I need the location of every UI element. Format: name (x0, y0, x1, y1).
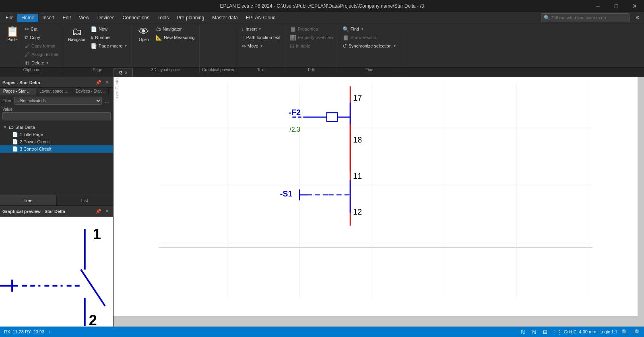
window-controls: ─ □ ✕ (588, 0, 644, 12)
tree-arrow-root: ▼ (3, 125, 7, 129)
menu-masterdata[interactable]: Master data (208, 14, 242, 22)
number-button[interactable]: # Number (89, 33, 129, 41)
menu-home[interactable]: Home (17, 14, 38, 22)
list-tab[interactable]: List (57, 195, 114, 205)
pages-sub-tabs: Pages - Star D... Layout space -... Devi… (0, 88, 113, 95)
copy-format-button[interactable]: 🖌 Copy format (23, 42, 60, 50)
ribbon-group-page: 🗂 Navigator 📄 New # Number 📑 Page macro (63, 25, 132, 73)
status-dots-icon[interactable]: ⋮⋮ (553, 328, 561, 336)
path-fn-text-button[interactable]: T Path function text (239, 33, 283, 41)
maximize-button[interactable]: □ (607, 0, 625, 12)
new-page-button[interactable]: 📄 New (89, 25, 129, 33)
tree-page-icon-0: 📄 (12, 132, 18, 137)
graphical-label: Graphical preview (202, 67, 234, 73)
tree-item-0[interactable]: 📄 1 Title Page (0, 131, 113, 138)
move-button[interactable]: ⇔ Move ▼ (239, 42, 283, 50)
new-measuring-button[interactable]: 📐 New Measuring (154, 33, 196, 41)
property-overview-button[interactable]: 📊 Property overview (288, 33, 335, 41)
status-zoom-in[interactable]: 🔍 (621, 328, 629, 336)
tree-item-2[interactable]: 📄 3 Control Circuit (0, 145, 113, 153)
search-input[interactable] (551, 15, 624, 20)
sync-icon: ↺ (343, 43, 347, 49)
svg-text:11: 11 (353, 172, 362, 180)
tree-area: ▼ 🗁 Star Delta 📄 1 Title Page 📄 2 Power … (0, 122, 113, 195)
menu-file[interactable]: File (2, 14, 17, 22)
page-macro-button[interactable]: 📑 Page macro ▼ (89, 42, 129, 50)
find-button[interactable]: 🔍 Find ▼ (341, 25, 398, 33)
filter-select[interactable]: - Not activated - (14, 97, 102, 105)
menu-devices[interactable]: Devices (93, 14, 119, 22)
menu-edit[interactable]: Edit (58, 14, 75, 22)
navigator-button[interactable]: 🗂 Navigator (66, 25, 88, 52)
tree-root[interactable]: ▼ 🗁 Star Delta (0, 124, 113, 131)
graphical-preview-panel: Graphical preview - Star Delta 📌 ✕ 1 (0, 206, 113, 327)
delete-icon: 🗑 (25, 60, 30, 66)
menu-view[interactable]: View (75, 14, 93, 22)
menu-insert[interactable]: Insert (38, 14, 58, 22)
panel-pin-button[interactable]: 📌 (95, 79, 102, 86)
svg-text:-F2: -F2 (289, 108, 301, 117)
status-icon-1[interactable]: ℕ (519, 328, 527, 336)
ribbon-group-graphical: Graphical preview (200, 25, 237, 73)
panel-close-button[interactable]: ✕ (103, 79, 111, 86)
edit-buttons: 📋 Properties 📊 Property overview ⊞ In ta… (288, 25, 335, 67)
open-button[interactable]: 👁 Open (134, 25, 153, 52)
delete-button[interactable]: 🗑 Delete ▼ (23, 59, 60, 67)
menu-tools[interactable]: Tools (153, 14, 173, 22)
value-input[interactable] (2, 112, 111, 120)
status-icon-2[interactable]: ℕ (530, 328, 538, 336)
doc-tab-3[interactable]: /3 ✕ (114, 68, 133, 77)
insert-center-label: Insert Center (115, 77, 119, 101)
insert-center-panel[interactable]: Insert Center (114, 77, 120, 101)
tree-item-1[interactable]: 📄 2 Power Circuit (0, 138, 113, 145)
cut-button[interactable]: ✂ Cut (23, 25, 60, 33)
tree-item-label-2: 3 Control Circuit (20, 147, 52, 151)
show-results-button[interactable]: 📋 Show results (341, 33, 398, 41)
sub-tab-devices[interactable]: Devices - Star ... (72, 88, 109, 95)
assign-format-icon: 🖊 (25, 52, 30, 58)
text-buttons: ↓ Insert ▼ T Path function text ⇔ Move ▼ (239, 25, 283, 67)
diagram-svg: 17 -F2 /2.3 18 (114, 77, 638, 316)
tree-list-tabs: Tree List (0, 195, 113, 205)
copy-format-icon: 🖌 (25, 43, 30, 49)
pages-panel-header: Pages - Star Delta 📌 ✕ (0, 77, 113, 88)
minimize-button[interactable]: ─ (588, 0, 607, 12)
graphical-close-button[interactable]: ✕ (103, 208, 111, 215)
in-table-button[interactable]: ⊞ In table (288, 42, 335, 50)
ribbon-group-find: 🔍 Find ▼ 📋 Show results ↺ Synchronize se… (338, 25, 401, 73)
paste-button[interactable]: 📋 Paste (3, 25, 22, 52)
menu-connections[interactable]: Connections (119, 14, 154, 22)
ribbon-group-3d: 👁 Open 🗂 Navigator 📐 New Measuring 3D la… (132, 25, 199, 73)
graphical-pin-button[interactable]: 📌 (95, 208, 102, 215)
doc-tab-close[interactable]: ✕ (124, 70, 128, 75)
menu-eplancloud[interactable]: EPLAN Cloud (242, 14, 280, 22)
sync-selection-button[interactable]: ↺ Synchronize selection ▼ (341, 42, 398, 50)
status-grid-icon[interactable]: ⊞ (541, 328, 549, 336)
canvas-area[interactable]: 17 -F2 /2.3 18 (114, 77, 644, 327)
show-results-icon: 📋 (343, 35, 349, 41)
cut-icon: ✂ (25, 26, 29, 32)
ribbon-group-clipboard: 📋 Paste ✂ Cut ⧉ Copy 🖌 Copy format (1, 25, 63, 73)
properties-button[interactable]: 📋 Properties (288, 25, 335, 33)
close-button[interactable]: ✕ (625, 0, 644, 12)
tree-tab[interactable]: Tree (0, 195, 57, 205)
filter-dots-button[interactable]: … (103, 97, 111, 104)
navigator-3d-button[interactable]: 🗂 Navigator (154, 25, 196, 33)
graphical-panel-header: Graphical preview - Star Delta 📌 ✕ (0, 206, 113, 217)
find-col: 🔍 Find ▼ 📋 Show results ↺ Synchronize se… (341, 25, 398, 50)
copy-button[interactable]: ⧉ Copy (23, 33, 60, 41)
3d-col: 🗂 Navigator 📐 New Measuring (154, 25, 196, 41)
insert-button[interactable]: ↓ Insert ▼ (239, 25, 283, 33)
settings-button[interactable]: ⚙ (633, 13, 642, 23)
menu-search-box[interactable]: 🔍 (541, 13, 630, 22)
status-zoom-out[interactable]: 🔎 (632, 328, 640, 336)
sub-tab-layout[interactable]: Layout space -... (36, 88, 72, 95)
page-macro-icon: 📑 (91, 43, 97, 49)
ribbon-content: 📋 Paste ✂ Cut ⧉ Copy 🖌 Copy format (0, 23, 644, 74)
move-icon: ⇔ (242, 43, 246, 49)
tree-item-label-0: 1 Title Page (20, 132, 43, 137)
assign-format-button[interactable]: 🖊 Assign format (23, 50, 60, 58)
property-overview-icon: 📊 (290, 35, 296, 41)
sub-tab-pages[interactable]: Pages - Star D... (0, 88, 36, 95)
menu-preplanning[interactable]: Pre-planning (173, 14, 208, 22)
